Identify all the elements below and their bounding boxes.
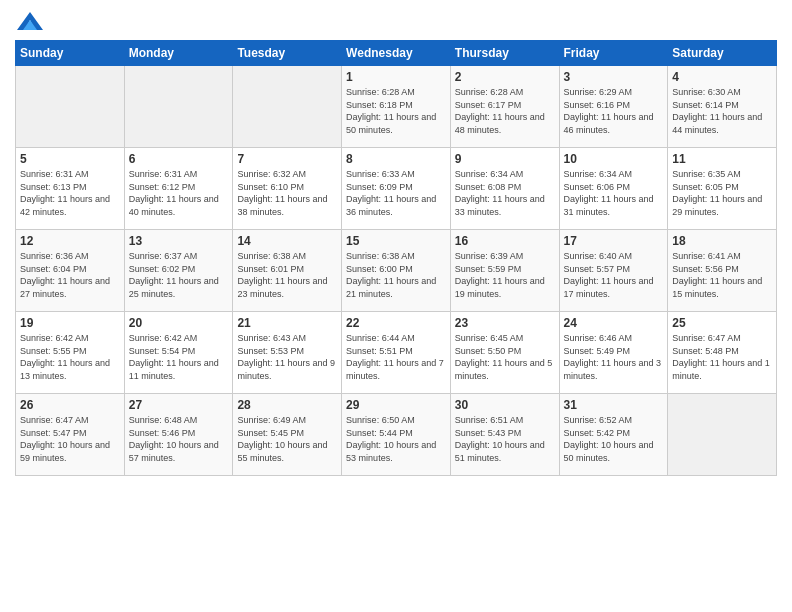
calendar-body: 1Sunrise: 6:28 AM Sunset: 6:18 PM Daylig… bbox=[16, 66, 777, 476]
day-info: Sunrise: 6:33 AM Sunset: 6:09 PM Dayligh… bbox=[346, 168, 446, 218]
day-info: Sunrise: 6:32 AM Sunset: 6:10 PM Dayligh… bbox=[237, 168, 337, 218]
day-number: 20 bbox=[129, 316, 229, 330]
day-number: 15 bbox=[346, 234, 446, 248]
calendar-cell: 21Sunrise: 6:43 AM Sunset: 5:53 PM Dayli… bbox=[233, 312, 342, 394]
calendar-cell: 24Sunrise: 6:46 AM Sunset: 5:49 PM Dayli… bbox=[559, 312, 668, 394]
day-info: Sunrise: 6:52 AM Sunset: 5:42 PM Dayligh… bbox=[564, 414, 664, 464]
calendar-cell bbox=[233, 66, 342, 148]
calendar-cell: 5Sunrise: 6:31 AM Sunset: 6:13 PM Daylig… bbox=[16, 148, 125, 230]
main-container: SundayMondayTuesdayWednesdayThursdayFrid… bbox=[0, 0, 792, 486]
day-info: Sunrise: 6:36 AM Sunset: 6:04 PM Dayligh… bbox=[20, 250, 120, 300]
weekday-header-sunday: Sunday bbox=[16, 41, 125, 66]
calendar-cell: 2Sunrise: 6:28 AM Sunset: 6:17 PM Daylig… bbox=[450, 66, 559, 148]
day-number: 3 bbox=[564, 70, 664, 84]
calendar-cell bbox=[124, 66, 233, 148]
day-number: 18 bbox=[672, 234, 772, 248]
day-number: 23 bbox=[455, 316, 555, 330]
day-number: 25 bbox=[672, 316, 772, 330]
day-info: Sunrise: 6:43 AM Sunset: 5:53 PM Dayligh… bbox=[237, 332, 337, 382]
calendar-cell: 30Sunrise: 6:51 AM Sunset: 5:43 PM Dayli… bbox=[450, 394, 559, 476]
day-number: 31 bbox=[564, 398, 664, 412]
calendar-cell: 3Sunrise: 6:29 AM Sunset: 6:16 PM Daylig… bbox=[559, 66, 668, 148]
calendar-cell: 7Sunrise: 6:32 AM Sunset: 6:10 PM Daylig… bbox=[233, 148, 342, 230]
day-number: 27 bbox=[129, 398, 229, 412]
calendar-week-1: 1Sunrise: 6:28 AM Sunset: 6:18 PM Daylig… bbox=[16, 66, 777, 148]
calendar-cell: 15Sunrise: 6:38 AM Sunset: 6:00 PM Dayli… bbox=[342, 230, 451, 312]
day-info: Sunrise: 6:34 AM Sunset: 6:06 PM Dayligh… bbox=[564, 168, 664, 218]
day-info: Sunrise: 6:38 AM Sunset: 6:00 PM Dayligh… bbox=[346, 250, 446, 300]
logo bbox=[15, 10, 49, 38]
calendar-cell: 16Sunrise: 6:39 AM Sunset: 5:59 PM Dayli… bbox=[450, 230, 559, 312]
calendar-cell: 8Sunrise: 6:33 AM Sunset: 6:09 PM Daylig… bbox=[342, 148, 451, 230]
calendar-week-3: 12Sunrise: 6:36 AM Sunset: 6:04 PM Dayli… bbox=[16, 230, 777, 312]
calendar-cell bbox=[668, 394, 777, 476]
header bbox=[15, 10, 777, 38]
day-info: Sunrise: 6:35 AM Sunset: 6:05 PM Dayligh… bbox=[672, 168, 772, 218]
day-number: 21 bbox=[237, 316, 337, 330]
weekday-header-tuesday: Tuesday bbox=[233, 41, 342, 66]
day-number: 13 bbox=[129, 234, 229, 248]
day-info: Sunrise: 6:50 AM Sunset: 5:44 PM Dayligh… bbox=[346, 414, 446, 464]
calendar-cell: 4Sunrise: 6:30 AM Sunset: 6:14 PM Daylig… bbox=[668, 66, 777, 148]
day-number: 19 bbox=[20, 316, 120, 330]
calendar-week-5: 26Sunrise: 6:47 AM Sunset: 5:47 PM Dayli… bbox=[16, 394, 777, 476]
calendar-cell: 20Sunrise: 6:42 AM Sunset: 5:54 PM Dayli… bbox=[124, 312, 233, 394]
day-info: Sunrise: 6:47 AM Sunset: 5:48 PM Dayligh… bbox=[672, 332, 772, 382]
calendar-cell: 19Sunrise: 6:42 AM Sunset: 5:55 PM Dayli… bbox=[16, 312, 125, 394]
calendar-cell: 12Sunrise: 6:36 AM Sunset: 6:04 PM Dayli… bbox=[16, 230, 125, 312]
weekday-header-wednesday: Wednesday bbox=[342, 41, 451, 66]
day-info: Sunrise: 6:47 AM Sunset: 5:47 PM Dayligh… bbox=[20, 414, 120, 464]
day-info: Sunrise: 6:40 AM Sunset: 5:57 PM Dayligh… bbox=[564, 250, 664, 300]
calendar-cell: 11Sunrise: 6:35 AM Sunset: 6:05 PM Dayli… bbox=[668, 148, 777, 230]
day-number: 9 bbox=[455, 152, 555, 166]
calendar-cell: 1Sunrise: 6:28 AM Sunset: 6:18 PM Daylig… bbox=[342, 66, 451, 148]
day-info: Sunrise: 6:31 AM Sunset: 6:12 PM Dayligh… bbox=[129, 168, 229, 218]
calendar-cell: 18Sunrise: 6:41 AM Sunset: 5:56 PM Dayli… bbox=[668, 230, 777, 312]
calendar-week-4: 19Sunrise: 6:42 AM Sunset: 5:55 PM Dayli… bbox=[16, 312, 777, 394]
day-number: 30 bbox=[455, 398, 555, 412]
weekday-row: SundayMondayTuesdayWednesdayThursdayFrid… bbox=[16, 41, 777, 66]
calendar-table: SundayMondayTuesdayWednesdayThursdayFrid… bbox=[15, 40, 777, 476]
calendar-cell: 29Sunrise: 6:50 AM Sunset: 5:44 PM Dayli… bbox=[342, 394, 451, 476]
day-number: 16 bbox=[455, 234, 555, 248]
weekday-header-thursday: Thursday bbox=[450, 41, 559, 66]
day-number: 2 bbox=[455, 70, 555, 84]
day-info: Sunrise: 6:28 AM Sunset: 6:18 PM Dayligh… bbox=[346, 86, 446, 136]
calendar-cell: 22Sunrise: 6:44 AM Sunset: 5:51 PM Dayli… bbox=[342, 312, 451, 394]
calendar-cell: 27Sunrise: 6:48 AM Sunset: 5:46 PM Dayli… bbox=[124, 394, 233, 476]
calendar-cell: 28Sunrise: 6:49 AM Sunset: 5:45 PM Dayli… bbox=[233, 394, 342, 476]
day-info: Sunrise: 6:42 AM Sunset: 5:54 PM Dayligh… bbox=[129, 332, 229, 382]
calendar-cell: 25Sunrise: 6:47 AM Sunset: 5:48 PM Dayli… bbox=[668, 312, 777, 394]
day-number: 11 bbox=[672, 152, 772, 166]
day-info: Sunrise: 6:29 AM Sunset: 6:16 PM Dayligh… bbox=[564, 86, 664, 136]
day-number: 5 bbox=[20, 152, 120, 166]
calendar-cell: 23Sunrise: 6:45 AM Sunset: 5:50 PM Dayli… bbox=[450, 312, 559, 394]
calendar-cell: 31Sunrise: 6:52 AM Sunset: 5:42 PM Dayli… bbox=[559, 394, 668, 476]
day-info: Sunrise: 6:37 AM Sunset: 6:02 PM Dayligh… bbox=[129, 250, 229, 300]
day-info: Sunrise: 6:34 AM Sunset: 6:08 PM Dayligh… bbox=[455, 168, 555, 218]
calendar-cell: 10Sunrise: 6:34 AM Sunset: 6:06 PM Dayli… bbox=[559, 148, 668, 230]
day-info: Sunrise: 6:39 AM Sunset: 5:59 PM Dayligh… bbox=[455, 250, 555, 300]
day-info: Sunrise: 6:51 AM Sunset: 5:43 PM Dayligh… bbox=[455, 414, 555, 464]
day-info: Sunrise: 6:42 AM Sunset: 5:55 PM Dayligh… bbox=[20, 332, 120, 382]
calendar-cell bbox=[16, 66, 125, 148]
day-number: 22 bbox=[346, 316, 446, 330]
weekday-header-friday: Friday bbox=[559, 41, 668, 66]
logo-icon bbox=[15, 10, 45, 38]
day-info: Sunrise: 6:49 AM Sunset: 5:45 PM Dayligh… bbox=[237, 414, 337, 464]
day-number: 6 bbox=[129, 152, 229, 166]
day-number: 4 bbox=[672, 70, 772, 84]
weekday-header-monday: Monday bbox=[124, 41, 233, 66]
calendar-cell: 6Sunrise: 6:31 AM Sunset: 6:12 PM Daylig… bbox=[124, 148, 233, 230]
day-number: 10 bbox=[564, 152, 664, 166]
day-number: 12 bbox=[20, 234, 120, 248]
calendar-cell: 13Sunrise: 6:37 AM Sunset: 6:02 PM Dayli… bbox=[124, 230, 233, 312]
day-number: 24 bbox=[564, 316, 664, 330]
day-info: Sunrise: 6:44 AM Sunset: 5:51 PM Dayligh… bbox=[346, 332, 446, 382]
calendar-week-2: 5Sunrise: 6:31 AM Sunset: 6:13 PM Daylig… bbox=[16, 148, 777, 230]
day-number: 14 bbox=[237, 234, 337, 248]
calendar-cell: 17Sunrise: 6:40 AM Sunset: 5:57 PM Dayli… bbox=[559, 230, 668, 312]
day-info: Sunrise: 6:28 AM Sunset: 6:17 PM Dayligh… bbox=[455, 86, 555, 136]
day-number: 7 bbox=[237, 152, 337, 166]
weekday-header-saturday: Saturday bbox=[668, 41, 777, 66]
